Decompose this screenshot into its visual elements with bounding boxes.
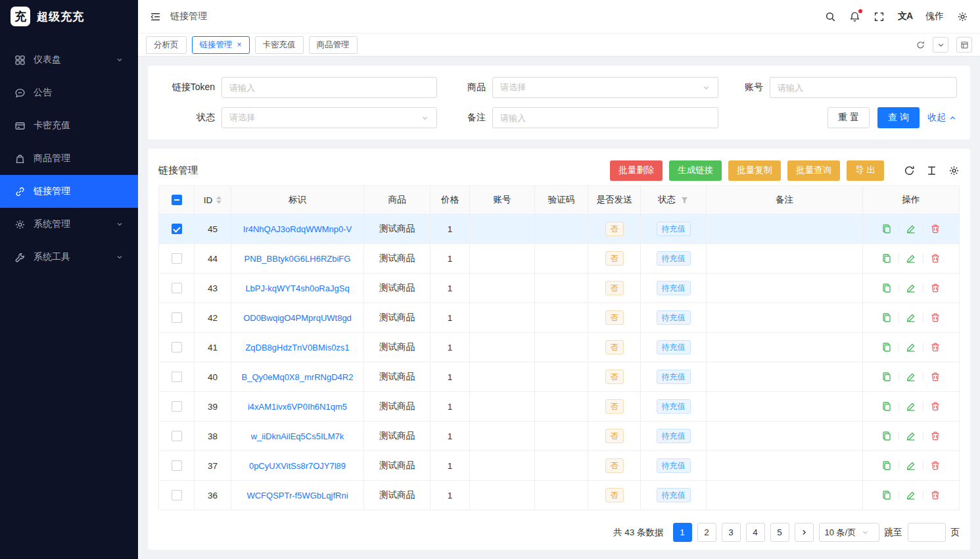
product-select[interactable]: 请选择 — [492, 77, 718, 98]
sidebar-item-card-recharge[interactable]: 卡密充值 — [0, 109, 138, 142]
delete-icon[interactable] — [929, 312, 941, 324]
account-input[interactable] — [770, 77, 957, 98]
page-button-3[interactable]: 3 — [722, 523, 741, 542]
collapse-toggle[interactable]: 收起 — [927, 112, 957, 124]
sidebar-item-system[interactable]: 系统管理 — [0, 208, 138, 241]
delete-icon[interactable] — [929, 401, 941, 412]
edit-icon[interactable] — [905, 489, 917, 501]
tab-link-management[interactable]: 链接管理 × — [192, 36, 250, 54]
edit-icon[interactable] — [905, 401, 917, 412]
page-button-5[interactable]: 5 — [770, 523, 789, 542]
copy-link-icon[interactable] — [881, 430, 893, 442]
settings-gear-icon[interactable] — [957, 11, 968, 22]
token-link[interactable]: WCFQSPTr-f5WGbLqjfRni — [246, 491, 348, 500]
copy-link-icon[interactable] — [881, 282, 893, 294]
token-input[interactable] — [222, 77, 437, 98]
status-select[interactable]: 请选择 — [222, 107, 437, 128]
delete-icon[interactable] — [929, 430, 941, 442]
copy-link-icon[interactable] — [881, 341, 893, 353]
header-id[interactable]: ID — [195, 186, 231, 214]
copy-link-icon[interactable] — [881, 312, 893, 324]
token-link[interactable]: ZqDB8gHdzTnV0BMis0zs1 — [245, 343, 349, 352]
batch-query-button[interactable]: 批量查询 — [787, 160, 840, 181]
tab-close-icon[interactable]: × — [237, 41, 242, 49]
reset-button[interactable]: 重 置 — [828, 107, 870, 128]
sidebar-item-announcement[interactable]: 公告 — [0, 76, 138, 109]
select-all-checkbox[interactable] — [172, 195, 182, 205]
filter-funnel-icon[interactable] — [680, 196, 689, 205]
user-menu[interactable]: 傀作 — [925, 11, 944, 22]
next-page-button[interactable] — [795, 523, 814, 542]
refresh-icon[interactable] — [904, 165, 915, 176]
delete-icon[interactable] — [929, 282, 941, 294]
language-icon[interactable]: 文A — [898, 11, 912, 22]
token-link[interactable]: PNB_BBtyk0G6LH6RZbiFG — [245, 254, 351, 264]
menu-fold-icon[interactable] — [150, 11, 161, 22]
delete-icon[interactable] — [929, 223, 941, 235]
copy-link-icon[interactable] — [881, 253, 893, 264]
page-button-2[interactable]: 2 — [697, 523, 716, 542]
delete-icon[interactable] — [929, 341, 941, 353]
export-button[interactable]: 导 出 — [847, 160, 884, 181]
token-link[interactable]: i4xAM1ivx6VP0Ih6N1qm5 — [248, 402, 347, 412]
edit-icon[interactable] — [905, 341, 917, 353]
edit-icon[interactable] — [905, 371, 917, 383]
edit-icon[interactable] — [905, 430, 917, 442]
row-checkbox[interactable] — [172, 283, 182, 293]
edit-icon[interactable] — [905, 460, 917, 472]
edit-icon[interactable] — [905, 223, 917, 235]
fullscreen-icon[interactable] — [874, 11, 885, 22]
remark-input[interactable] — [492, 107, 718, 128]
row-checkbox[interactable] — [172, 342, 182, 352]
token-link[interactable]: B_Qy0eMq0X8_mrRNgD4R2 — [242, 372, 354, 382]
tab-layout-button[interactable] — [956, 37, 972, 53]
sidebar-item-product[interactable]: 商品管理 — [0, 142, 138, 175]
tab-card-recharge[interactable]: 卡密充值 — [255, 36, 304, 54]
row-checkbox[interactable] — [172, 224, 182, 234]
query-button[interactable]: 查 询 — [877, 107, 920, 128]
row-checkbox[interactable] — [172, 372, 182, 382]
tab-product-management[interactable]: 商品管理 — [309, 36, 358, 54]
row-checkbox[interactable] — [172, 490, 182, 500]
sidebar-item-dashboard[interactable]: 仪表盘 — [0, 43, 138, 76]
sort-icon[interactable] — [216, 196, 222, 204]
row-checkbox[interactable] — [172, 312, 182, 323]
density-icon[interactable] — [926, 165, 937, 176]
copy-link-icon[interactable] — [881, 460, 893, 472]
column-settings-gear-icon[interactable] — [948, 165, 960, 176]
sidebar-item-link-management[interactable]: 链接管理 — [0, 175, 138, 208]
row-checkbox[interactable] — [172, 401, 182, 412]
batch-delete-button[interactable]: 批量删除 — [610, 160, 663, 181]
edit-icon[interactable] — [905, 282, 917, 294]
tab-analysis[interactable]: 分析页 — [146, 36, 187, 54]
copy-link-icon[interactable] — [881, 223, 893, 235]
page-button-1[interactable]: 1 — [673, 523, 692, 542]
search-icon[interactable] — [825, 11, 836, 22]
row-checkbox[interactable] — [172, 431, 182, 441]
generate-link-button[interactable]: 生成链接 — [669, 160, 722, 181]
sidebar-item-tools[interactable]: 系统工具 — [0, 241, 138, 274]
tab-dropdown-button[interactable] — [933, 37, 948, 53]
jump-page-input[interactable] — [908, 523, 946, 542]
token-link[interactable]: 0pCyUXVitSs8r7OJY7l89 — [249, 461, 346, 471]
batch-copy-button[interactable]: 批量复制 — [728, 160, 781, 181]
page-size-select[interactable]: 10 条/页 — [819, 523, 879, 542]
copy-link-icon[interactable] — [881, 371, 893, 383]
row-checkbox[interactable] — [172, 460, 182, 471]
tab-refresh-icon[interactable] — [916, 41, 925, 49]
delete-icon[interactable] — [929, 460, 941, 472]
edit-icon[interactable] — [905, 312, 917, 324]
edit-icon[interactable] — [905, 253, 917, 264]
token-link[interactable]: Ir4NhQAJ3oRdqWWMnp0-V — [243, 224, 352, 234]
token-link[interactable]: LbPJ-kqWYT4sh0oRaJgSq — [245, 283, 349, 293]
delete-icon[interactable] — [929, 489, 941, 501]
copy-link-icon[interactable] — [881, 489, 893, 501]
token-link[interactable]: OD0BwqigO4PMprqUWt8gd — [243, 313, 352, 323]
delete-icon[interactable] — [929, 371, 941, 383]
row-checkbox[interactable] — [172, 253, 182, 264]
copy-link-icon[interactable] — [881, 401, 893, 412]
delete-icon[interactable] — [929, 253, 941, 264]
notification-bell[interactable] — [849, 11, 860, 22]
page-button-4[interactable]: 4 — [746, 523, 765, 542]
token-link[interactable]: w_iiDknAilEq5Cs5ILM7k — [251, 431, 344, 441]
